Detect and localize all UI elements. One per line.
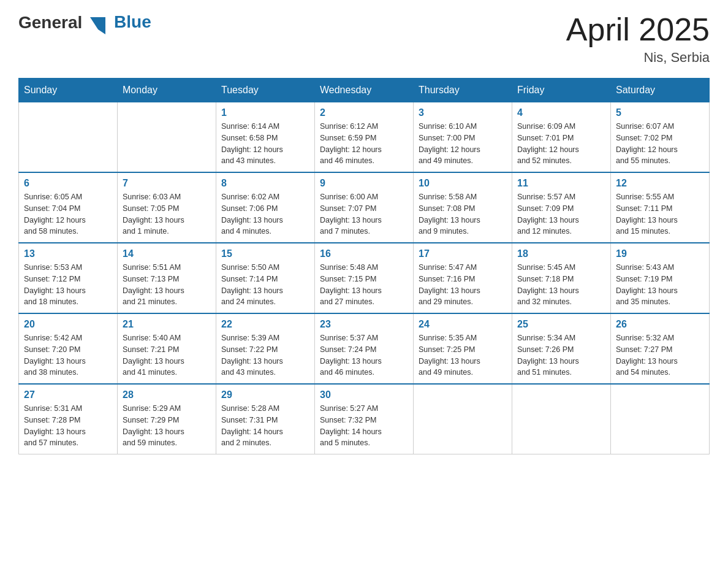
day-number: 7: [123, 178, 211, 189]
day-info: Sunrise: 5:45 AMSunset: 7:18 PMDaylight:…: [517, 262, 605, 308]
calendar-cell: 2Sunrise: 6:12 AMSunset: 6:59 PMDaylight…: [315, 102, 414, 173]
calendar-cell: 5Sunrise: 6:07 AMSunset: 7:02 PMDaylight…: [611, 102, 710, 173]
weekday-header-friday: Friday: [512, 79, 611, 102]
day-info: Sunrise: 5:32 AMSunset: 7:27 PMDaylight:…: [616, 332, 704, 378]
day-info: Sunrise: 5:27 AMSunset: 7:32 PMDaylight:…: [320, 403, 408, 449]
calendar-cell: [512, 384, 611, 454]
day-info: Sunrise: 5:42 AMSunset: 7:20 PMDaylight:…: [24, 332, 112, 378]
day-number: 16: [320, 248, 408, 259]
day-number: 11: [517, 178, 605, 189]
week-row-1: 1Sunrise: 6:14 AMSunset: 6:58 PMDaylight…: [19, 102, 710, 173]
day-number: 21: [123, 319, 211, 330]
day-number: 30: [320, 389, 408, 400]
day-info: Sunrise: 5:34 AMSunset: 7:26 PMDaylight:…: [517, 332, 605, 378]
weekday-header-thursday: Thursday: [414, 79, 512, 102]
day-info: Sunrise: 5:57 AMSunset: 7:09 PMDaylight:…: [517, 191, 605, 237]
calendar-cell: 13Sunrise: 5:53 AMSunset: 7:12 PMDayligh…: [19, 243, 118, 313]
calendar-cell: 7Sunrise: 6:03 AMSunset: 7:05 PMDaylight…: [118, 172, 216, 243]
day-number: 19: [616, 248, 704, 259]
svg-marker-1: [98, 29, 105, 34]
calendar-cell: 28Sunrise: 5:29 AMSunset: 7:29 PMDayligh…: [118, 384, 216, 454]
day-number: 24: [419, 319, 507, 330]
day-number: 10: [419, 178, 507, 189]
calendar-cell: 19Sunrise: 5:43 AMSunset: 7:19 PMDayligh…: [611, 243, 710, 313]
svg-marker-0: [90, 17, 105, 29]
calendar-cell: 6Sunrise: 6:05 AMSunset: 7:04 PMDaylight…: [19, 172, 118, 243]
calendar-cell: 15Sunrise: 5:50 AMSunset: 7:14 PMDayligh…: [216, 243, 315, 313]
day-number: 14: [123, 248, 211, 259]
day-number: 3: [419, 107, 507, 118]
day-info: Sunrise: 6:14 AMSunset: 6:58 PMDaylight:…: [221, 121, 309, 167]
day-number: 28: [123, 389, 211, 400]
day-number: 6: [24, 178, 112, 189]
weekday-header-sunday: Sunday: [19, 79, 118, 102]
calendar-cell: 22Sunrise: 5:39 AMSunset: 7:22 PMDayligh…: [216, 313, 315, 384]
day-info: Sunrise: 6:10 AMSunset: 7:00 PMDaylight:…: [419, 121, 507, 167]
day-number: 22: [221, 319, 309, 330]
day-number: 1: [221, 107, 309, 118]
calendar-cell: 18Sunrise: 5:45 AMSunset: 7:18 PMDayligh…: [512, 243, 611, 313]
day-number: 9: [320, 178, 408, 189]
calendar-cell: 1Sunrise: 6:14 AMSunset: 6:58 PMDaylight…: [216, 102, 315, 173]
day-info: Sunrise: 5:43 AMSunset: 7:19 PMDaylight:…: [616, 262, 704, 308]
day-info: Sunrise: 6:12 AMSunset: 6:59 PMDaylight:…: [320, 121, 408, 167]
calendar-cell: 16Sunrise: 5:48 AMSunset: 7:15 PMDayligh…: [315, 243, 414, 313]
day-number: 15: [221, 248, 309, 259]
day-info: Sunrise: 6:09 AMSunset: 7:01 PMDaylight:…: [517, 121, 605, 167]
day-info: Sunrise: 6:05 AMSunset: 7:04 PMDaylight:…: [24, 191, 112, 237]
day-number: 18: [517, 248, 605, 259]
day-number: 2: [320, 107, 408, 118]
day-number: 25: [517, 319, 605, 330]
weekday-header-tuesday: Tuesday: [216, 79, 315, 102]
day-info: Sunrise: 6:00 AMSunset: 7:07 PMDaylight:…: [320, 191, 408, 237]
week-row-4: 20Sunrise: 5:42 AMSunset: 7:20 PMDayligh…: [19, 313, 710, 384]
calendar-cell: 25Sunrise: 5:34 AMSunset: 7:26 PMDayligh…: [512, 313, 611, 384]
day-number: 26: [616, 319, 704, 330]
day-number: 17: [419, 248, 507, 259]
weekday-header-wednesday: Wednesday: [315, 79, 414, 102]
day-info: Sunrise: 6:02 AMSunset: 7:06 PMDaylight:…: [221, 191, 309, 237]
week-row-5: 27Sunrise: 5:31 AMSunset: 7:28 PMDayligh…: [19, 384, 710, 454]
day-number: 4: [517, 107, 605, 118]
calendar-cell: 10Sunrise: 5:58 AMSunset: 7:08 PMDayligh…: [414, 172, 512, 243]
day-number: 20: [24, 319, 112, 330]
month-year-title: April 2025: [566, 12, 710, 47]
calendar-cell: [611, 384, 710, 454]
day-info: Sunrise: 6:07 AMSunset: 7:02 PMDaylight:…: [616, 121, 704, 167]
calendar-cell: 11Sunrise: 5:57 AMSunset: 7:09 PMDayligh…: [512, 172, 611, 243]
week-row-2: 6Sunrise: 6:05 AMSunset: 7:04 PMDaylight…: [19, 172, 710, 243]
day-info: Sunrise: 5:58 AMSunset: 7:08 PMDaylight:…: [419, 191, 507, 237]
day-info: Sunrise: 5:53 AMSunset: 7:12 PMDaylight:…: [24, 262, 112, 308]
day-info: Sunrise: 5:31 AMSunset: 7:28 PMDaylight:…: [24, 403, 112, 449]
page-header: General Blue April 2025 Nis, Serbia: [18, 12, 710, 66]
day-number: 23: [320, 319, 408, 330]
weekday-header-row: SundayMondayTuesdayWednesdayThursdayFrid…: [19, 79, 710, 102]
day-number: 5: [616, 107, 704, 118]
calendar-cell: 14Sunrise: 5:51 AMSunset: 7:13 PMDayligh…: [118, 243, 216, 313]
calendar-cell: 12Sunrise: 5:55 AMSunset: 7:11 PMDayligh…: [611, 172, 710, 243]
day-info: Sunrise: 5:37 AMSunset: 7:24 PMDaylight:…: [320, 332, 408, 378]
day-info: Sunrise: 6:03 AMSunset: 7:05 PMDaylight:…: [123, 191, 211, 237]
calendar-cell: 21Sunrise: 5:40 AMSunset: 7:21 PMDayligh…: [118, 313, 216, 384]
weekday-header-monday: Monday: [118, 79, 216, 102]
logo-blue-text: Blue: [114, 12, 151, 31]
calendar-cell: 27Sunrise: 5:31 AMSunset: 7:28 PMDayligh…: [19, 384, 118, 454]
day-number: 13: [24, 248, 112, 259]
calendar-cell: [19, 102, 118, 173]
day-number: 27: [24, 389, 112, 400]
title-block: April 2025 Nis, Serbia: [566, 12, 710, 66]
calendar-cell: 23Sunrise: 5:37 AMSunset: 7:24 PMDayligh…: [315, 313, 414, 384]
calendar-cell: 8Sunrise: 6:02 AMSunset: 7:06 PMDaylight…: [216, 172, 315, 243]
calendar-cell: 20Sunrise: 5:42 AMSunset: 7:20 PMDayligh…: [19, 313, 118, 384]
calendar-cell: 17Sunrise: 5:47 AMSunset: 7:16 PMDayligh…: [414, 243, 512, 313]
week-row-3: 13Sunrise: 5:53 AMSunset: 7:12 PMDayligh…: [19, 243, 710, 313]
day-info: Sunrise: 5:48 AMSunset: 7:15 PMDaylight:…: [320, 262, 408, 308]
logo: General Blue: [18, 12, 151, 36]
logo-text: General: [18, 12, 114, 36]
calendar-cell: 24Sunrise: 5:35 AMSunset: 7:25 PMDayligh…: [414, 313, 512, 384]
calendar-cell: [118, 102, 216, 173]
day-info: Sunrise: 5:28 AMSunset: 7:31 PMDaylight:…: [221, 403, 309, 449]
calendar-cell: 29Sunrise: 5:28 AMSunset: 7:31 PMDayligh…: [216, 384, 315, 454]
day-info: Sunrise: 5:40 AMSunset: 7:21 PMDaylight:…: [123, 332, 211, 378]
day-number: 12: [616, 178, 704, 189]
